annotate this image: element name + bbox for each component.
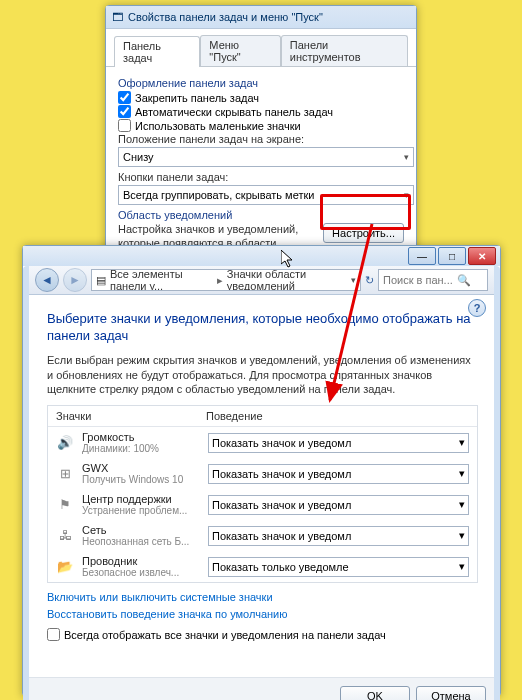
row-subtitle: Безопасное извлеч... — [82, 567, 200, 578]
row-title: Проводник — [82, 555, 200, 567]
link-restore-defaults[interactable]: Восстановить поведение значка по умолчан… — [47, 608, 478, 620]
row-subtitle: Динамики: 100% — [82, 443, 200, 454]
table-row: 🔊ГромкостьДинамики: 100%Показать значок … — [48, 427, 477, 458]
tab-start-menu[interactable]: Меню "Пуск" — [200, 35, 280, 66]
col-behavior: Поведение — [206, 410, 263, 422]
row-text: СетьНеопознанная сеть Б... — [82, 524, 200, 547]
page-description: Если выбран режим скрытия значков и увед… — [47, 353, 478, 398]
tab-taskbar[interactable]: Панель задач — [114, 36, 200, 67]
row-title: Громкость — [82, 431, 200, 443]
label-buttons: Кнопки панели задач: — [118, 171, 404, 183]
taskbar-properties-window: 🗔 Свойства панели задач и меню "Пуск" Па… — [105, 5, 417, 262]
table-header: Значки Поведение — [48, 406, 477, 426]
row-subtitle: Устранение проблем... — [82, 505, 200, 516]
row-icon: 🔊 — [56, 434, 74, 452]
tab-toolbars[interactable]: Панели инструментов — [281, 35, 408, 66]
search-placeholder: Поиск в пан... — [383, 274, 453, 286]
chk-small-icons[interactable]: Использовать маленькие значки — [118, 119, 404, 132]
chk-lock-input[interactable] — [118, 91, 131, 104]
chk-autohide-input[interactable] — [118, 105, 131, 118]
help-icon[interactable]: ? — [468, 299, 486, 317]
table-row: ⚑Центр поддержкиУстранение проблем...Пок… — [48, 489, 477, 520]
toolbar: ◄ ► ▤ Все элементы панели у... ▸ Значки … — [29, 266, 494, 295]
cancel-button[interactable]: Отмена — [416, 686, 486, 700]
control-panel-icon: ▤ — [96, 274, 106, 287]
row-title: Сеть — [82, 524, 200, 536]
row-title: GWX — [82, 462, 200, 474]
ok-button[interactable]: OK — [340, 686, 410, 700]
row-text: ГромкостьДинамики: 100% — [82, 431, 200, 454]
table-row: ⊞GWXПолучить Windows 10Показать значок и… — [48, 458, 477, 489]
chevron-down-icon: ▾ — [459, 498, 465, 511]
row-subtitle: Получить Windows 10 — [82, 474, 200, 485]
table-row: 📂ПроводникБезопасное извлеч...Показать т… — [48, 551, 477, 582]
select-buttons[interactable]: Всегда группировать, скрывать метки▾ — [118, 185, 414, 205]
window-title: Свойства панели задач и меню "Пуск" — [128, 11, 323, 23]
breadcrumb[interactable]: Все элементы панели у... — [110, 269, 213, 291]
content-area: ? Выберите значки и уведомления, которые… — [29, 295, 494, 677]
select-position[interactable]: Снизу▾ — [118, 147, 414, 167]
row-subtitle: Неопознанная сеть Б... — [82, 536, 200, 547]
behavior-select[interactable]: Показать значок и уведомл▾ — [208, 464, 469, 484]
behavior-select[interactable]: Показать только уведомле▾ — [208, 557, 469, 577]
row-title: Центр поддержки — [82, 493, 200, 505]
chevron-down-icon: ▾ — [459, 560, 465, 573]
window-frame: ◄ ► ▤ Все элементы панели у... ▸ Значки … — [23, 266, 500, 700]
titlebar[interactable]: 🗔 Свойства панели задач и меню "Пуск" — [106, 6, 416, 29]
breadcrumb[interactable]: Значки области уведомлений — [227, 269, 347, 291]
label-position: Положение панели задач на экране: — [118, 133, 404, 145]
group-notification: Область уведомлений — [118, 209, 404, 221]
search-input[interactable]: Поиск в пан... 🔍 — [378, 269, 488, 291]
behavior-select[interactable]: Показать значок и уведомл▾ — [208, 495, 469, 515]
row-icon: 📂 — [56, 558, 74, 576]
chevron-down-icon: ▾ — [459, 436, 465, 449]
tabs: Панель задач Меню "Пуск" Панели инструме… — [106, 29, 416, 67]
table-body[interactable]: 🔊ГромкостьДинамики: 100%Показать значок … — [48, 426, 477, 582]
chevron-down-icon: ▾ — [404, 152, 409, 162]
chevron-down-icon: ▾ — [404, 190, 409, 200]
chk-small-input[interactable] — [118, 119, 131, 132]
link-system-icons[interactable]: Включить или выключить системные значки — [47, 591, 478, 603]
chevron-down-icon: ▾ — [459, 467, 465, 480]
row-text: Центр поддержкиУстранение проблем... — [82, 493, 200, 516]
chevron-right-icon: ▸ — [217, 274, 223, 287]
group-appearance: Оформление панели задач — [118, 77, 404, 89]
search-icon: 🔍 — [457, 274, 471, 287]
icons-table: Значки Поведение 🔊ГромкостьДинамики: 100… — [47, 405, 478, 583]
maximize-button[interactable]: □ — [438, 247, 466, 265]
minimize-button[interactable]: — — [408, 247, 436, 265]
chk-always-show[interactable]: Всегда отображать все значки и уведомлен… — [47, 628, 478, 641]
links: Включить или выключить системные значки … — [47, 591, 478, 620]
nav-forward-button[interactable]: ► — [63, 268, 87, 292]
page-heading: Выберите значки и уведомления, которые н… — [47, 311, 478, 345]
footer: OK Отмена — [29, 677, 494, 700]
refresh-icon[interactable]: ↻ — [365, 274, 374, 287]
row-icon: ⊞ — [56, 465, 74, 483]
address-bar[interactable]: ▤ Все элементы панели у... ▸ Значки обла… — [91, 269, 361, 291]
row-text: ПроводникБезопасное извлеч... — [82, 555, 200, 578]
nav-back-button[interactable]: ◄ — [35, 268, 59, 292]
behavior-select[interactable]: Показать значок и уведомл▾ — [208, 433, 469, 453]
chk-lock-taskbar[interactable]: Закрепить панель задач — [118, 91, 404, 104]
behavior-select[interactable]: Показать значок и уведомл▾ — [208, 526, 469, 546]
customize-button[interactable]: Настроить... — [323, 223, 404, 243]
col-icons: Значки — [56, 410, 206, 422]
notification-icons-window: — □ ✕ ◄ ► ▤ Все элементы панели у... ▸ З… — [22, 245, 501, 697]
app-icon: 🗔 — [112, 11, 123, 23]
chk-always-input[interactable] — [47, 628, 60, 641]
close-button[interactable]: ✕ — [468, 247, 496, 265]
table-row: 🖧СетьНеопознанная сеть Б...Показать знач… — [48, 520, 477, 551]
row-text: GWXПолучить Windows 10 — [82, 462, 200, 485]
titlebar[interactable]: — □ ✕ — [23, 246, 500, 266]
row-icon: 🖧 — [56, 527, 74, 545]
chevron-down-icon: ▾ — [459, 529, 465, 542]
chk-autohide[interactable]: Автоматически скрывать панель задач — [118, 105, 404, 118]
row-icon: ⚑ — [56, 496, 74, 514]
